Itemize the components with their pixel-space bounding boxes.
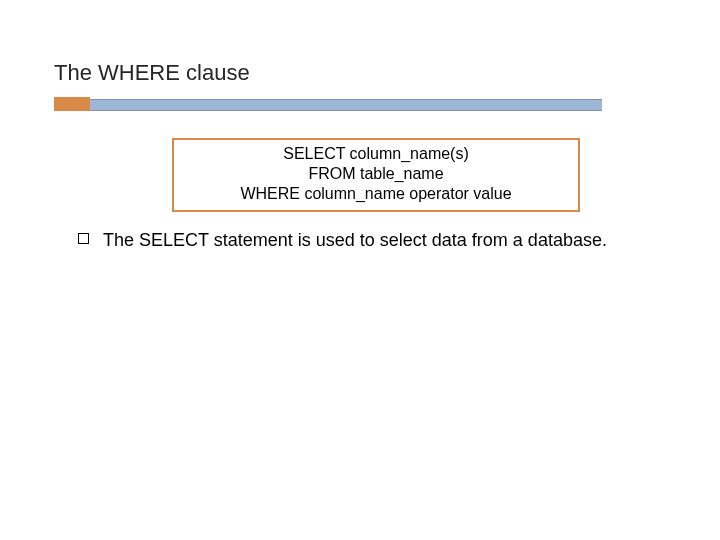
code-line: WHERE column_name operator value bbox=[182, 184, 570, 204]
square-bullet-icon bbox=[78, 233, 89, 244]
slide-title: The WHERE clause bbox=[54, 60, 250, 86]
sql-syntax-box: SELECT column_name(s) FROM table_name WH… bbox=[172, 138, 580, 212]
body-text: The SELECT statement is used to select d… bbox=[103, 230, 607, 251]
slide: The WHERE clause SELECT column_name(s) F… bbox=[0, 0, 720, 540]
body-bullet-row: The SELECT statement is used to select d… bbox=[78, 230, 660, 251]
code-line: SELECT column_name(s) bbox=[182, 144, 570, 164]
title-underline-bar bbox=[90, 99, 602, 111]
title-rule bbox=[0, 97, 720, 113]
code-line: FROM table_name bbox=[182, 164, 570, 184]
accent-block bbox=[54, 97, 90, 111]
